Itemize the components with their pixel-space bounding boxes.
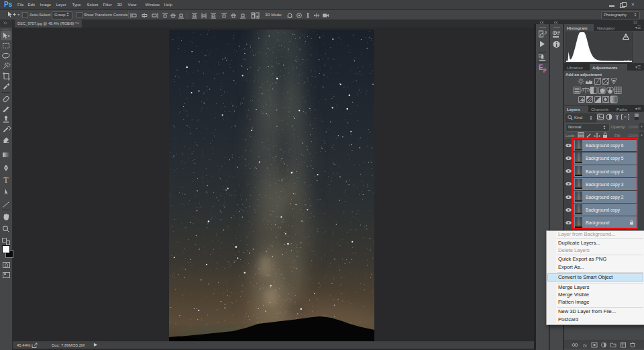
svg-text:fx: fx	[583, 343, 587, 349]
